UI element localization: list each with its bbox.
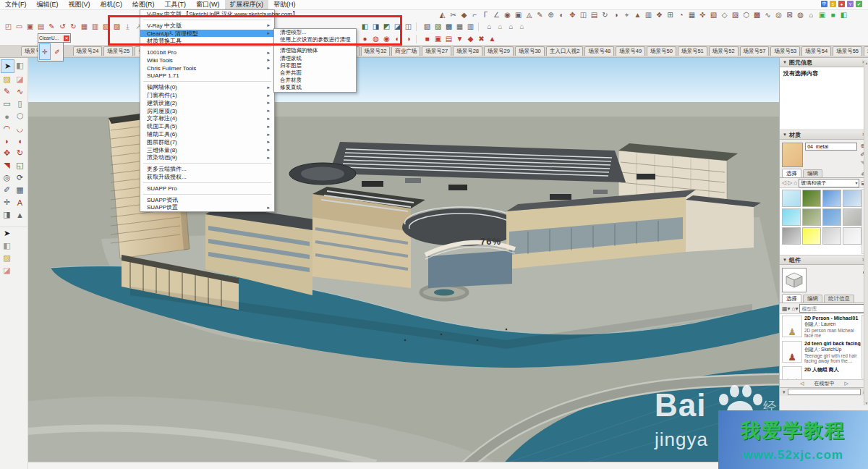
menu-item[interactable]: 获取升级授权... [140,173,274,181]
tool-icon[interactable]: ✖ [476,33,487,44]
tray-icon[interactable]: Y [847,1,854,7]
tool-icon[interactable]: ⌂ [495,21,506,32]
tool-icon[interactable]: ▧ [708,9,719,20]
tool-icon[interactable]: ▣ [25,21,35,32]
materials-header[interactable]: ▼ 材质 ✕ [780,130,868,140]
palette-tool-icon[interactable]: ◱ [14,159,26,172]
scene-tab[interactable]: 主入口人视2 [546,46,584,56]
menu-item[interactable]: 房间屋顶(3)▸ [140,107,274,115]
palette-tool-icon[interactable]: ◧ [1,240,13,252]
tool-icon[interactable]: ∿ [762,9,773,20]
tool-icon[interactable]: ◇ [719,9,730,20]
menubar-item[interactable]: 绘图(R) [127,0,160,9]
menu-item[interactable]: 更多云端插件... [140,165,274,173]
tool-icon[interactable]: ▥ [90,21,101,32]
tool-icon[interactable]: ◨ [370,21,381,32]
material-swatch[interactable] [843,208,861,226]
tool-icon[interactable]: ▧ [101,21,111,32]
menu-item[interactable]: SUAPP资讯 [140,196,274,204]
tool-icon[interactable]: ◔ [676,9,686,20]
material-swatch[interactable] [782,208,801,226]
tool-icon[interactable]: ▤ [35,21,46,32]
palette-tool-icon[interactable]: ✥ [1,147,13,159]
menu-item[interactable]: Chris Fullmer Tools▸ [140,64,274,72]
submenu-item[interactable]: 合并共面 [274,69,356,77]
palette-tool-icon[interactable]: ◪ [14,73,26,85]
tray-icon[interactable]: 中 [821,1,827,7]
palette-tool-icon[interactable]: ▲ [14,208,26,221]
tool-icon[interactable]: ▩ [443,21,454,32]
palette-tool-icon[interactable]: ▨ [1,73,13,85]
menu-item[interactable]: 渲染动画(9)▸ [140,154,274,162]
tool-icon[interactable]: ⌖ [621,9,632,20]
prev-collection-icon[interactable]: ◁ [800,381,804,386]
tool-icon[interactable]: ◐ [556,9,567,20]
menu-item[interactable]: 文字标注(4)▸ [140,115,274,123]
palette-tool-icon[interactable]: ◎ [1,172,13,184]
tool-icon[interactable]: ◍ [370,33,381,44]
next-collection-icon[interactable]: ▷ [845,381,848,386]
material-name-input[interactable] [805,143,857,151]
scene-tab[interactable]: 商业广场 [391,46,420,56]
palette-tool-icon[interactable]: A [14,196,26,208]
scene-tab[interactable]: 场景号48 [584,46,614,56]
menubar-item[interactable]: 帮助(H) [268,0,301,9]
palette-tool-icon[interactable]: ◡ [14,122,26,135]
palette-tool-icon[interactable]: ◥ [1,159,13,172]
active-material-preview[interactable] [782,143,803,167]
tool-icon[interactable]: ⌂ [484,21,495,32]
component-search-input[interactable] [799,304,868,313]
scene-tab[interactable]: 场景号49 [616,46,645,56]
palette-tool-icon[interactable]: ✐ [1,184,13,196]
tool-icon[interactable]: ◫ [578,9,589,20]
tool-icon[interactable]: ◪ [392,21,403,32]
tool-icon[interactable]: ◑ [403,33,414,44]
tray-icon[interactable]: ● [838,1,845,7]
tool-icon[interactable]: ● [359,33,370,44]
cleanup-tool-button[interactable]: ✛ [39,43,51,60]
tool-icon[interactable]: ⌐ [469,9,480,20]
tool-icon[interactable]: ∠ [491,9,502,20]
submenu-item[interactable]: 合并材质 [274,77,356,84]
submenu-item[interactable]: 修复直线 [274,84,356,91]
submenu-item[interactable]: 清理隐藏的物体 [274,47,356,54]
scene-tab[interactable]: 场景号25 [103,46,133,56]
menubar-item[interactable]: 相机(C) [95,0,128,9]
scene-tab[interactable]: 场景号50 [647,46,676,56]
scene-tab[interactable]: 场景号30 [515,46,545,56]
scene-tab[interactable]: 场景号27 [422,46,451,56]
material-swatch[interactable] [843,227,861,245]
menu-item[interactable]: V-Ray 中文版▸ [140,22,274,30]
menu-item[interactable]: 建筑设施(2)▸ [140,99,274,107]
submenu-item[interactable]: 清理废线 [274,55,356,62]
tool-icon[interactable]: ⌂ [506,21,516,32]
forward-icon[interactable]: ▷ [788,179,792,186]
menu-item[interactable]: 三维体量(8)▸ [140,146,274,154]
tool-icon[interactable]: ↻ [68,21,79,32]
menu-item[interactable]: SUAPP设置▸ [140,204,274,212]
menu-item[interactable]: CleanUp³- 清理模型▸ [140,30,274,38]
palette-tool-icon[interactable]: ➤ [1,227,13,240]
tool-icon[interactable]: ▩ [752,9,762,20]
menubar-item[interactable]: 窗口(W) [191,0,225,9]
material-swatch[interactable] [843,190,861,207]
tool-icon[interactable]: ✎ [535,9,545,20]
tool-icon[interactable]: ■ [422,33,433,44]
palette-tool-icon[interactable]: ◗ [1,135,13,147]
palette-tool-icon[interactable]: ⬡ [14,110,26,122]
tool-icon[interactable]: ✂ [448,9,459,20]
tool-icon[interactable]: ⤓ [122,21,133,32]
tray-icon[interactable]: ✔ [856,1,862,7]
tool-icon[interactable]: Γ [480,9,491,20]
tool-icon[interactable]: ▤ [443,33,454,44]
home-icon[interactable]: ⌂ [793,179,797,186]
tool-icon[interactable]: ↻ [600,9,610,20]
material-swatch[interactable] [782,190,801,207]
menu-item[interactable]: 材质替换工具 [140,37,274,45]
materials-tab-select[interactable]: 选择 [782,169,801,177]
palette-tool-icon[interactable]: ∿ [14,85,26,98]
tool-icon[interactable]: ▼ [454,33,465,44]
tool-icon[interactable]: ⬡ [741,9,752,20]
tray-icon[interactable]: 5 [830,1,836,7]
palette-tool-icon[interactable]: ▭ [1,98,13,110]
